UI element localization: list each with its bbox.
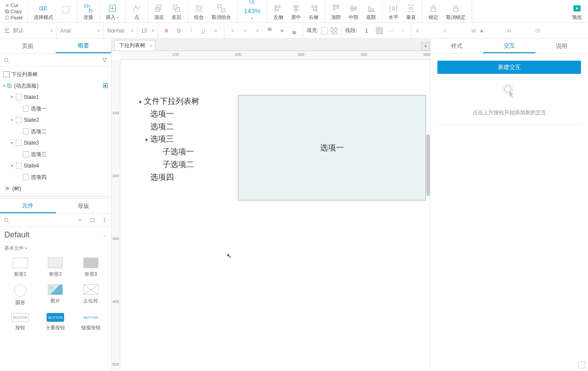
widget-button[interactable]: BUTTON按钮 — [4, 313, 36, 331]
widget-rect3[interactable]: 矩形3 — [75, 258, 107, 277]
insert-button[interactable]: 插入 ▾ — [106, 4, 119, 21]
svg-rect-26 — [336, 6, 338, 9]
align-top-button[interactable]: 顶部 — [331, 4, 341, 21]
svg-rect-42 — [7, 189, 8, 189]
font-select[interactable]: Arial▾ — [60, 28, 100, 34]
tab-outline[interactable]: 概要 — [56, 39, 112, 53]
bold-button[interactable]: B — [174, 26, 184, 36]
underline-button[interactable]: U — [198, 26, 208, 36]
group-button[interactable]: 组合 — [194, 4, 204, 21]
canvas-dynamic-panel[interactable]: 选项一 — [238, 95, 426, 200]
widget-primary-button[interactable]: BUTTON主要按钮 — [40, 313, 71, 331]
send-back-button[interactable]: 底层 — [172, 4, 181, 21]
align-center-button[interactable]: 居中 — [291, 4, 301, 21]
canvas-tree-widget[interactable]: ▼文件下拉列表树 选项一 选项二 ▼选项三 子选项一 子选项二 选项四 — [138, 95, 199, 184]
distribute-v-button[interactable]: 垂直 — [406, 4, 416, 21]
widget-image[interactable]: 图片 — [40, 284, 71, 306]
coord-x-input[interactable] — [422, 28, 440, 33]
outline-tree-widget[interactable]: (树) — [0, 183, 111, 194]
outline-state3[interactable]: ▾State3 — [0, 137, 111, 149]
valign-top-button[interactable]: ▀ — [265, 26, 274, 36]
weight-select[interactable]: Normal▾ — [107, 28, 133, 34]
library-section[interactable]: 基本元件 ▾ — [0, 243, 111, 253]
select-contained-button[interactable] — [61, 5, 71, 21]
distribute-h-button[interactable]: 水平 — [389, 4, 398, 21]
align-text-right-button[interactable]: ≡ — [253, 26, 262, 36]
ungroup-button[interactable]: 取消组合 — [212, 4, 231, 21]
outline-root[interactable]: 下拉列表树 — [0, 69, 111, 80]
search-icon[interactable] — [4, 57, 10, 63]
copy-button[interactable]: Copy — [4, 9, 22, 14]
search-icon[interactable] — [4, 217, 10, 223]
align-middle-button[interactable]: 中部 — [349, 4, 358, 21]
library-folder-icon[interactable] — [89, 217, 95, 223]
select-mode-button[interactable]: 选择模式 — [34, 4, 53, 21]
scrollbar-vertical[interactable] — [426, 60, 430, 371]
outline-dynamic-panel[interactable]: ▾(动态面板) — [0, 80, 111, 91]
outline-option4[interactable]: 选项四 — [0, 171, 111, 183]
outline-option1[interactable]: 选项一 — [0, 103, 111, 114]
fill-opacity-swatch[interactable] — [331, 27, 338, 34]
connect-button[interactable]: 连接 — [83, 4, 93, 21]
align-text-left-button[interactable]: ≡ — [228, 26, 238, 36]
align-right-button[interactable]: 右侧 — [309, 4, 318, 21]
valign-middle-button[interactable]: ■ — [277, 26, 287, 36]
align-text-center-button[interactable]: ≡ — [240, 26, 250, 36]
widget-ellipse[interactable]: 圆形 — [4, 284, 36, 306]
zoom-control[interactable]: 143% ▾ — [244, 0, 260, 21]
bullets-button[interactable]: ≡ — [211, 26, 220, 36]
unlock-button[interactable]: 取消锁定 — [446, 4, 465, 21]
right-panel: 样式 交互 说明 新建交互 点击上方按钮开始添加新的交互 — [430, 39, 588, 371]
paste-button[interactable]: Paste — [4, 15, 23, 20]
align-bottom-button[interactable]: 底部 — [366, 4, 376, 21]
close-icon[interactable]: × — [150, 43, 152, 48]
cut-button[interactable]: Cut — [4, 3, 18, 8]
tab-notes[interactable]: 说明 — [535, 39, 588, 53]
tab-interactions[interactable]: 交互 — [483, 39, 536, 53]
outline-option3[interactable]: 选项三 — [0, 149, 111, 160]
line-color-swatch[interactable] — [376, 27, 383, 34]
svg-rect-15 — [198, 7, 201, 10]
outline-state2[interactable]: ▾State2 — [0, 114, 111, 126]
size-select[interactable]: 13▾ — [141, 28, 154, 34]
canvas-tab[interactable]: 下拉列表树× — [114, 40, 155, 51]
point-button[interactable]: 点 — [132, 4, 141, 21]
align-left-button[interactable]: 左侧 — [274, 4, 283, 21]
tab-widgets[interactable]: 元件 — [0, 199, 56, 213]
text-color-button[interactable]: A — [162, 26, 171, 36]
outline-state4[interactable]: ▾State4 — [0, 160, 111, 171]
coord-h-input[interactable] — [515, 28, 532, 33]
outline-option2[interactable]: 选项二 — [0, 126, 111, 137]
widget-rect2[interactable]: 矩形2 — [40, 258, 71, 277]
widget-rect1[interactable]: 矩形1 — [4, 258, 36, 277]
lock-icon[interactable] — [480, 29, 484, 33]
library-select[interactable]: Default⌄ — [0, 227, 111, 243]
tab-dropdown-icon[interactable]: ▾ — [421, 42, 430, 51]
more-icon[interactable] — [101, 217, 108, 223]
tab-pages[interactable]: 页面 — [0, 39, 56, 53]
visibility-icon[interactable] — [535, 28, 541, 34]
line-style-button[interactable]: — — [386, 26, 395, 36]
tab-style[interactable]: 样式 — [430, 39, 483, 53]
valign-bottom-button[interactable]: ▄ — [289, 26, 299, 36]
italic-button[interactable]: I — [186, 26, 196, 36]
widget-placeholder[interactable]: 占位符 — [75, 284, 107, 306]
arrow-button[interactable]: → — [398, 26, 408, 36]
state-icon — [16, 117, 22, 123]
tab-masters[interactable]: 母版 — [56, 199, 112, 213]
resize-corner-icon[interactable] — [578, 361, 585, 368]
filter-icon[interactable] — [101, 57, 108, 63]
coord-w-input[interactable] — [487, 28, 504, 33]
coord-y-input[interactable] — [450, 28, 468, 33]
style-select[interactable]: 默认▾ — [13, 27, 53, 34]
add-library-icon[interactable] — [77, 217, 83, 223]
bring-front-button[interactable]: 顶层 — [154, 4, 164, 21]
lock-button[interactable]: 锁定 — [429, 4, 438, 21]
line-width-input[interactable] — [360, 28, 373, 34]
outline-state1[interactable]: ▾State1 — [0, 91, 111, 103]
preview-button[interactable]: 预览 — [572, 4, 582, 21]
fill-color-swatch[interactable] — [321, 27, 328, 34]
new-interaction-button[interactable]: 新建交互 — [437, 61, 581, 74]
canvas-stage[interactable]: ▼文件下拉列表树 选项一 选项二 ▼选项三 子选项一 子选项二 选项四 选项一 — [120, 60, 430, 371]
widget-link-button[interactable]: BUTTON链接按钮 — [75, 313, 107, 331]
